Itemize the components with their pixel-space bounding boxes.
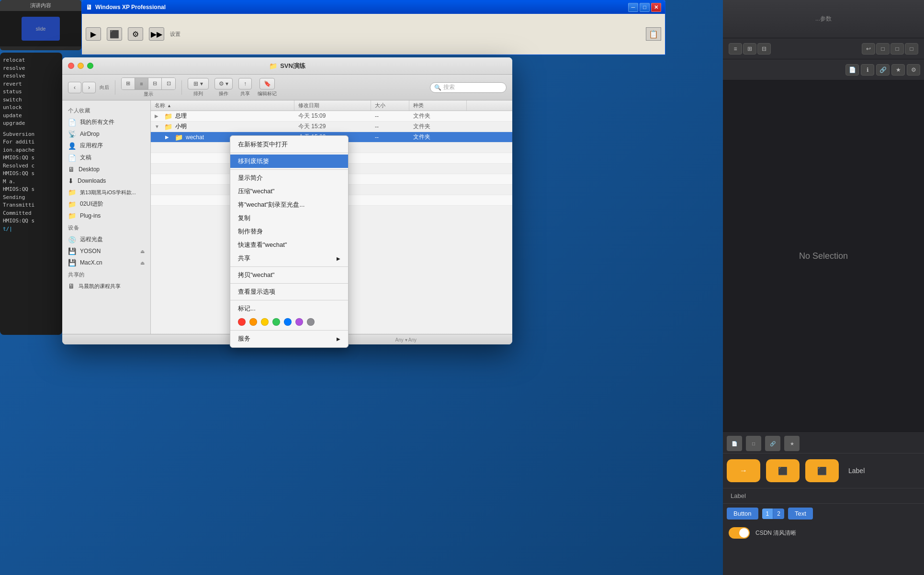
- icon-view-button[interactable]: ⊞: [122, 78, 135, 89]
- presentation-title: 演讲内容: [0, 0, 81, 11]
- button-widget[interactable]: Button: [727, 508, 758, 520]
- wxp-maximize-button[interactable]: □: [640, 3, 650, 12]
- ctx-services[interactable]: 服务 ▶: [230, 332, 348, 345]
- table-row[interactable]: ▶ 📁 总理 今天 15:09 -- 文件夹: [151, 111, 512, 122]
- wxp-close-button[interactable]: ✕: [651, 3, 661, 12]
- orange-widget-1[interactable]: →: [727, 459, 760, 482]
- back-button[interactable]: ‹: [68, 82, 81, 93]
- sidebar-item-shared[interactable]: 🖥 马晨凯的课程共享: [62, 280, 150, 292]
- orange-widget-2[interactable]: ⬛: [766, 459, 800, 482]
- ctx-get-info[interactable]: 显示简介: [230, 171, 348, 185]
- xcode-widget-btn2[interactable]: □: [746, 436, 761, 451]
- ctx-copy[interactable]: 拷贝"wechat": [230, 268, 348, 282]
- ctx-share[interactable]: 共享 ▶: [230, 252, 348, 265]
- expand-arrow[interactable]: ▶: [155, 113, 161, 119]
- xcode-widget-btn3[interactable]: 🔗: [765, 436, 780, 451]
- col-name-header[interactable]: 名称 ▲: [151, 100, 294, 111]
- maximize-button[interactable]: [87, 63, 93, 69]
- forward-button[interactable]: ›: [82, 82, 96, 93]
- sidebar-item-02ui[interactable]: 📁 02UI进阶: [62, 198, 150, 210]
- terminal-line: relocat: [3, 56, 59, 65]
- wxp-right-btn[interactable]: 📋: [646, 27, 661, 41]
- sidebar-item-remote-disc[interactable]: 💿 远程光盘: [62, 233, 150, 245]
- ctx-make-alias[interactable]: 制作替身: [230, 225, 348, 238]
- xcode-grid-view[interactable]: ⊟: [757, 43, 771, 55]
- col-kind-header[interactable]: 种类: [409, 100, 467, 111]
- xcode-link-btn[interactable]: 🔗: [876, 64, 890, 76]
- ctx-view-options[interactable]: 查看显示选项: [230, 285, 348, 299]
- orange-widget-3[interactable]: ⬛: [805, 459, 839, 482]
- text-widget[interactable]: Text: [788, 508, 813, 520]
- xcode-panel1-btn[interactable]: □: [876, 43, 890, 55]
- ctx-separator: [230, 153, 348, 153]
- terminal-line: HMIOS:QQ s: [3, 186, 59, 194]
- expand-arrow[interactable]: ▼: [155, 124, 161, 129]
- list-view-button[interactable]: ≡: [135, 78, 148, 89]
- minimize-button[interactable]: [78, 63, 84, 69]
- sidebar-item-downloads[interactable]: ⬇ Downloads: [62, 175, 150, 187]
- nav-buttons: ‹ ›: [68, 82, 96, 93]
- wxp-toolbar-stop[interactable]: ⬛: [107, 27, 122, 41]
- color-purple[interactable]: [295, 318, 303, 326]
- shared-section-title: 共享的: [62, 268, 150, 280]
- xcode-info-btn[interactable]: ℹ: [861, 64, 874, 76]
- xcode-detail-view[interactable]: ⊞: [743, 43, 756, 55]
- xcode-settings-btn[interactable]: ⚙: [907, 64, 920, 76]
- ctx-tag[interactable]: 标记...: [230, 302, 348, 315]
- segmented-control[interactable]: 1 2: [762, 509, 784, 519]
- close-button[interactable]: [68, 63, 74, 69]
- wxp-minimize-button[interactable]: ─: [628, 3, 638, 12]
- ctx-quicklook[interactable]: 快速查看"wechat": [230, 238, 348, 252]
- color-red[interactable]: [238, 318, 246, 326]
- sidebar-item-macxcn[interactable]: 💾 MacX.cn ⏏: [62, 257, 150, 268]
- sidebar-item-all-files[interactable]: 📄 我的所有文件: [62, 116, 150, 128]
- finder-sidebar: 个人收藏 📄 我的所有文件 📡 AirDrop 👤 应用程序 📄 文稿 🖥 De…: [62, 100, 151, 334]
- sidebar-item-plugins[interactable]: 📁 Plug-ins: [62, 210, 150, 221]
- color-green[interactable]: [272, 318, 280, 326]
- sidebar-item-heima[interactable]: 📁 第13期黑马iOS学科款...: [62, 187, 150, 198]
- xcode-panel3-btn[interactable]: □: [905, 43, 918, 55]
- color-blue[interactable]: [284, 318, 292, 326]
- sort-dropdown[interactable]: ⊞ ▾: [188, 78, 209, 89]
- yoson-eject-button[interactable]: ⏏: [140, 249, 145, 254]
- sidebar-item-label: 马晨凯的课程共享: [79, 283, 121, 290]
- wxp-toolbar-play[interactable]: ▶: [86, 27, 101, 41]
- action-dropdown[interactable]: ⚙ ▾: [214, 78, 233, 89]
- coverflow-view-button[interactable]: ⊡: [162, 78, 175, 89]
- downloads-icon: ⬇: [68, 177, 74, 185]
- bookmark-button[interactable]: 🔖: [259, 78, 275, 89]
- xcode-widget-btn1[interactable]: 📄: [727, 436, 742, 451]
- ctx-burn[interactable]: 将"wechat"刻录至光盘...: [230, 198, 348, 211]
- color-yellow[interactable]: [261, 318, 269, 326]
- sidebar-item-desktop[interactable]: 🖥 Desktop: [62, 164, 150, 175]
- sidebar-item-yoson[interactable]: 💾 YOSON ⏏: [62, 245, 150, 257]
- sidebar-item-documents[interactable]: 📄 文稿: [62, 152, 150, 164]
- xcode-star-btn[interactable]: ★: [891, 64, 905, 76]
- ctx-open-tab[interactable]: 在新标签页中打开: [230, 138, 348, 151]
- toggle-switch[interactable]: [729, 527, 750, 539]
- sidebar-item-label: AirDrop: [80, 131, 100, 137]
- share-button[interactable]: ↑: [238, 78, 252, 89]
- wxp-toolbar-next[interactable]: ▶▶: [149, 27, 164, 41]
- xcode-file-btn[interactable]: 📄: [845, 64, 859, 76]
- xcode-list-view[interactable]: ≡: [729, 43, 742, 55]
- macxcn-eject-button[interactable]: ⏏: [140, 260, 145, 265]
- xcode-widget-btn4[interactable]: ★: [784, 436, 800, 451]
- ctx-duplicate[interactable]: 复制: [230, 211, 348, 225]
- table-row[interactable]: ▼ 📁 小明 今天 15:29 -- 文件夹: [151, 122, 512, 132]
- xcode-back-btn[interactable]: ↩: [862, 43, 875, 55]
- expand-arrow[interactable]: ▶: [165, 134, 172, 140]
- xcode-panel2-btn[interactable]: □: [890, 43, 904, 55]
- search-box[interactable]: 🔍 搜索: [430, 82, 507, 93]
- wxp-toolbar-settings[interactable]: ⚙: [128, 27, 143, 41]
- col-size-header[interactable]: 大小: [371, 100, 409, 111]
- ctx-compress[interactable]: 压缩"wechat": [230, 185, 348, 198]
- bottom-label: Any ▾ Any: [395, 337, 417, 343]
- color-gray[interactable]: [307, 318, 315, 326]
- column-view-button[interactable]: ⊟: [148, 78, 162, 89]
- ctx-move-trash[interactable]: 移到废纸篓: [230, 155, 348, 168]
- sidebar-item-applications[interactable]: 👤 应用程序: [62, 140, 150, 152]
- sidebar-item-airdrop[interactable]: 📡 AirDrop: [62, 128, 150, 140]
- col-date-header[interactable]: 修改日期: [294, 100, 371, 111]
- color-orange[interactable]: [249, 318, 257, 326]
